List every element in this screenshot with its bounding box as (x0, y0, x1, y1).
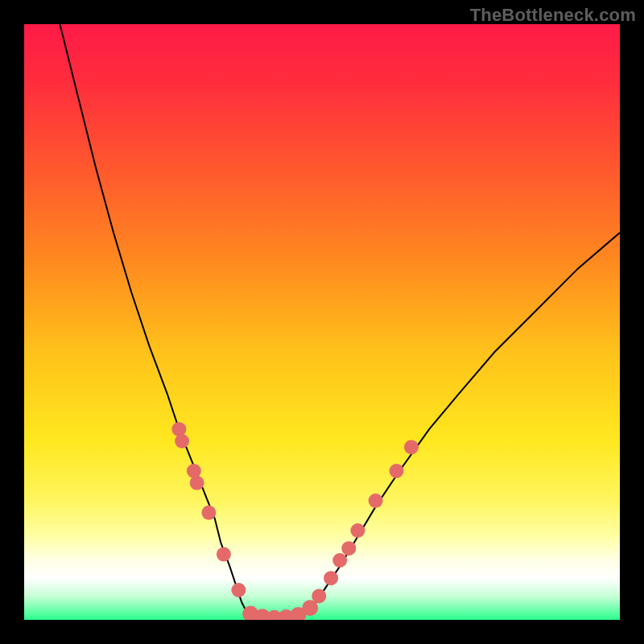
markers-group (171, 422, 419, 620)
marker-point (190, 476, 204, 490)
bottleneck-curve (60, 24, 620, 619)
marker-point (324, 571, 338, 585)
marker-point (217, 547, 231, 562)
marker-point (341, 541, 356, 555)
marker-point (369, 493, 383, 508)
chart-frame: TheBottleneck.com (0, 0, 644, 644)
marker-point (332, 553, 347, 568)
watermark-text: TheBottleneck.com (470, 5, 636, 26)
marker-point (175, 434, 189, 448)
marker-point (404, 440, 419, 454)
plot-area (24, 24, 620, 620)
marker-point (231, 583, 246, 597)
marker-point (390, 464, 404, 478)
marker-point (350, 523, 365, 538)
marker-point (201, 506, 216, 520)
curve-layer (24, 24, 620, 620)
marker-point (312, 588, 326, 603)
